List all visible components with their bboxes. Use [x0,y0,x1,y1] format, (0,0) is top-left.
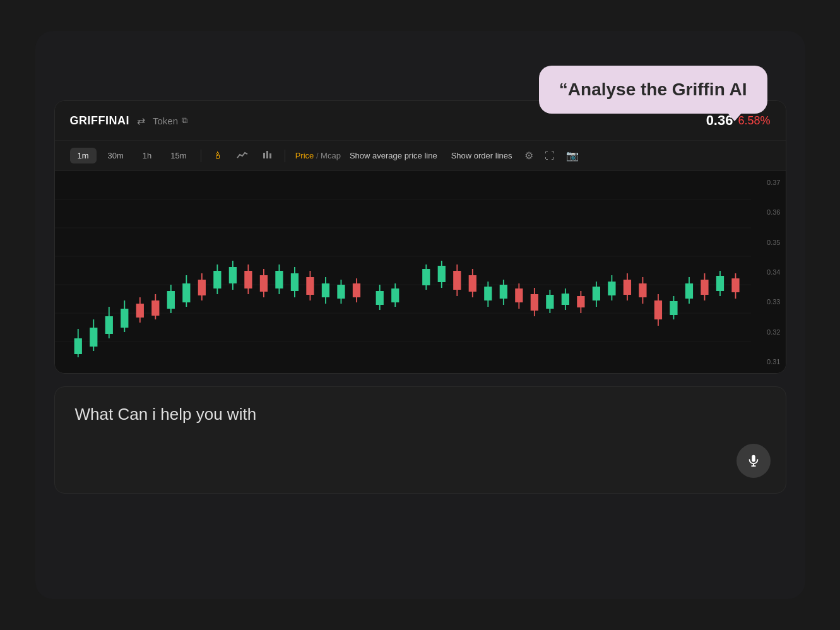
copy-icon[interactable]: ⧉ [182,116,187,126]
price-label-034: 0.34 [756,268,781,276]
svg-rect-54 [437,266,445,282]
svg-rect-93 [752,455,755,462]
svg-rect-84 [670,301,677,315]
svg-rect-64 [515,288,523,302]
divider-1 [201,150,201,162]
svg-rect-16 [121,309,128,328]
speech-bubble-text: “Analyse the Griffin AI [559,80,747,99]
candle-icon[interactable]: 🕯 [208,148,228,164]
price-axis: 0.37 0.36 0.35 0.34 0.33 0.32 0.31 [751,171,786,373]
svg-rect-82 [654,300,661,319]
divider-2 [285,150,285,162]
mic-icon [747,454,760,468]
svg-rect-48 [376,291,383,305]
svg-rect-2 [269,153,271,158]
svg-rect-30 [228,267,236,283]
svg-rect-36 [275,271,283,288]
show-order-lines-button[interactable]: Show order lines [446,148,518,163]
svg-rect-1 [266,151,268,158]
svg-rect-38 [290,273,298,291]
price-label-037: 0.37 [756,179,781,186]
svg-rect-86 [685,283,692,299]
svg-rect-20 [151,300,159,316]
candlestick-chart [55,171,751,373]
fullscreen-icon[interactable]: ⛶ [541,148,559,164]
svg-rect-22 [167,291,174,309]
svg-rect-78 [623,280,630,295]
price-label-036: 0.36 [756,208,781,216]
chart-panel: GRIFFINAI ⇄ Token ⧉ 0.36 6.58% 1m 30m 1h… [54,100,786,374]
token-type-label: Token [153,116,178,126]
mcap-label: Mcap [321,151,341,160]
price-label: Price [295,151,314,160]
price-label-031: 0.31 [756,358,781,366]
svg-rect-0 [263,153,265,158]
swap-icon[interactable]: ⇄ [137,115,145,127]
svg-rect-56 [453,271,461,290]
token-name: GRIFFINAI [70,114,130,128]
price-label-035: 0.35 [756,239,781,246]
chart-toolbar: 1m 30m 1h 15m 🕯 Price / Mcap [55,141,786,171]
chart-header-left: GRIFFINAI ⇄ Token ⧉ [70,114,188,128]
svg-rect-40 [306,277,314,295]
show-average-price-line-button[interactable]: Show average price line [345,148,442,163]
svg-rect-28 [213,271,221,288]
svg-rect-34 [259,275,267,292]
svg-rect-60 [484,287,492,300]
timeframe-30m[interactable]: 30m [100,148,131,163]
svg-rect-46 [352,283,360,297]
timeframe-1h[interactable]: 1h [135,148,159,163]
mic-button[interactable] [736,444,771,478]
svg-rect-26 [198,280,205,295]
svg-rect-62 [499,285,507,299]
svg-rect-52 [422,269,430,285]
assistant-panel: What Can i help you with [54,386,786,494]
svg-rect-70 [561,294,569,305]
line-icon[interactable] [232,148,253,164]
svg-rect-66 [530,294,538,311]
price-label-032: 0.32 [756,328,781,336]
svg-rect-14 [105,316,112,334]
svg-rect-50 [391,288,399,302]
svg-rect-58 [468,275,476,292]
price-label-033: 0.33 [756,298,781,306]
token-badge: Token ⧉ [153,116,187,126]
price-change-badge: 6.58% [738,114,770,128]
assistant-prompt-text: What Can i help you with [75,405,257,424]
svg-rect-32 [244,271,252,288]
svg-rect-10 [74,338,81,354]
svg-rect-42 [321,283,329,297]
svg-rect-76 [608,282,615,295]
speech-bubble: “Analyse the Griffin AI [539,66,767,114]
svg-rect-74 [592,287,600,300]
timeframe-1m[interactable]: 1m [70,148,97,163]
svg-rect-18 [136,304,143,318]
svg-rect-68 [546,295,553,309]
camera-icon[interactable]: 📷 [562,147,583,164]
price-mcap-toggle[interactable]: Price / Mcap [295,151,341,160]
svg-rect-44 [337,285,345,299]
svg-rect-72 [577,296,584,307]
svg-rect-92 [731,278,739,292]
settings-icon[interactable]: ⚙ [521,147,537,164]
chart-area: 0.37 0.36 0.35 0.34 0.33 0.32 0.31 [55,171,786,373]
svg-rect-90 [716,276,723,291]
svg-rect-12 [90,328,97,347]
bar-icon[interactable] [257,148,278,164]
main-container: “Analyse the Griffin AI GRIFFINAI ⇄ Toke… [35,31,805,599]
svg-rect-24 [182,283,190,302]
svg-rect-88 [701,280,708,295]
timeframe-15m[interactable]: 15m [163,148,194,163]
svg-rect-80 [639,283,646,297]
